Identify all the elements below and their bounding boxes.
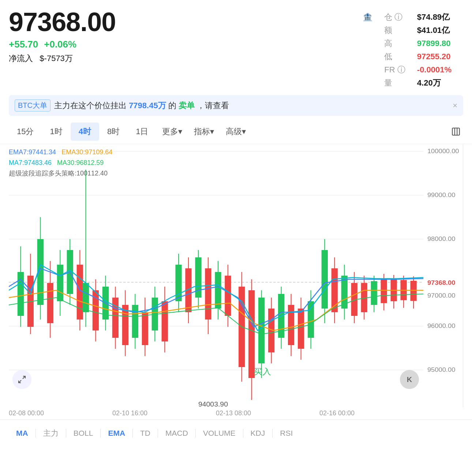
fr-val: -0.0001% (417, 65, 452, 75)
main-price: 97368.00 (9, 9, 116, 35)
svg-rect-48 (205, 268, 211, 320)
header: 97368.00 +55.70 +0.06% 净流入 $-7573万 🏦 仓 ⓘ… (0, 0, 472, 91)
svg-line-98 (23, 376, 25, 379)
ema30-label: EMA30:97109.64 (61, 148, 112, 156)
change-abs: +55.70 (9, 39, 38, 50)
alert-sell: 卖单 (179, 101, 195, 110)
alert-text: 主力在这个价位挂出 7798.45万 的 卖单 ，请查看 (54, 100, 449, 111)
indicator-volume[interactable]: VOLUME (196, 426, 243, 441)
net-flow-label: 净流入 (9, 54, 33, 63)
time-label-3: 02-13 08:00 (216, 409, 251, 417)
vol-label: 量 (384, 78, 405, 88)
tf-15min[interactable]: 15分 (9, 122, 42, 141)
svg-text:95000.00: 95000.00 (427, 366, 456, 373)
time-label-2: 02-10 16:00 (112, 409, 147, 417)
indicator-td[interactable]: TD (133, 426, 158, 441)
indicator-rsi[interactable]: RSI (273, 426, 300, 441)
svg-text:96000.00: 96000.00 (427, 322, 456, 329)
position-label: 仓 ⓘ (384, 12, 405, 23)
tf-4h[interactable]: 4时 (71, 122, 99, 141)
fr-label: FR ⓘ (384, 64, 405, 75)
alert-num: 7798.45万 (129, 101, 166, 110)
indicator-ema[interactable]: EMA (101, 426, 132, 441)
indicator-main[interactable]: 主力 (36, 425, 66, 441)
change-pct: +0.06% (44, 39, 76, 50)
svg-rect-40 (162, 301, 168, 341)
chart-area: EMA7:97441.34 EMA30:97109.64 MA7:97483.4… (9, 144, 463, 407)
svg-rect-58 (258, 298, 265, 363)
tf-1d[interactable]: 1日 (128, 122, 156, 141)
svg-rect-16 (47, 283, 53, 323)
price-stats: 🏦 仓 ⓘ $74.89亿 额 $41.01亿 高 97899.80 低 972… (363, 12, 463, 88)
price-change: +55.70 +0.06% (9, 39, 116, 50)
indicator-boll[interactable]: BOLL (66, 426, 101, 441)
ema7-label: EMA7:97441.34 (9, 148, 56, 156)
svg-rect-50 (215, 272, 221, 309)
alert-text-mid: 的 (168, 101, 176, 110)
svg-rect-52 (225, 276, 231, 316)
svg-text:99000.00: 99000.00 (427, 192, 456, 199)
alert-text-post: ，请查看 (197, 101, 229, 110)
indicator-macd[interactable]: MACD (158, 426, 195, 441)
svg-rect-64 (288, 305, 294, 345)
alert-tag: BTC大单 (15, 99, 50, 112)
svg-rect-18 (57, 265, 63, 301)
indicator-ma[interactable]: MA (9, 426, 35, 441)
svg-rect-68 (308, 301, 314, 338)
ma7-label: MA7:97483.46 (9, 159, 52, 166)
expand-button[interactable] (12, 370, 31, 389)
alert-banner: BTC大单 主力在这个价位挂出 7798.45万 的 卖单 ，请查看 × (9, 95, 463, 116)
svg-text:100000.00: 100000.00 (427, 148, 459, 155)
position-val: $74.89亿 (417, 12, 452, 23)
alert-text-pre: 主力在这个价位挂出 (54, 101, 127, 110)
svg-rect-22 (77, 265, 83, 320)
tf-8h[interactable]: 8时 (99, 122, 128, 141)
indicator-bar: MA 主力 BOLL EMA TD MACD VOLUME KDJ RSI (0, 420, 472, 446)
svg-rect-56 (248, 290, 255, 378)
indicator-kdj[interactable]: KDJ (243, 426, 273, 441)
net-flow: 净流入 $-7573万 (9, 53, 116, 64)
high-val: 97899.80 (417, 39, 452, 48)
time-label-4: 02-16 00:00 (319, 409, 355, 417)
svg-rect-88 (410, 281, 416, 301)
chart-indicators: EMA7:97441.34 EMA30:97109.64 MA7:97483.4… (9, 147, 112, 178)
position-icon: 🏦 (363, 12, 372, 22)
timeframe-bar: 15分 1时 4时 8时 1日 更多▾ 指标▾ 高级▾ (0, 120, 472, 144)
chart-svg: 买入 94003.90 100000.00 99000.00 98000.00 … (9, 144, 463, 407)
svg-text:买入: 买入 (254, 367, 271, 376)
svg-rect-36 (142, 312, 148, 345)
ma30-label: MA30:96812.59 (57, 159, 104, 166)
tf-advanced[interactable]: 高级▾ (220, 122, 252, 141)
tf-indicators[interactable]: 指标▾ (188, 122, 220, 141)
alert-close-button[interactable]: × (453, 101, 457, 110)
svg-rect-42 (175, 265, 181, 301)
low-val: 97255.20 (417, 52, 452, 61)
svg-rect-24 (83, 283, 89, 312)
super-label: 超级波段追踪多头策略:100112.40 (9, 170, 108, 177)
svg-rect-30 (112, 298, 119, 338)
tf-1h[interactable]: 1时 (42, 122, 70, 141)
svg-text:97368.00: 97368.00 (427, 279, 456, 286)
svg-line-99 (19, 380, 21, 383)
net-flow-val: $-7573万 (40, 54, 73, 63)
svg-rect-82 (381, 279, 387, 303)
amount-val: $41.01亿 (417, 25, 452, 36)
svg-text:97000.00: 97000.00 (427, 292, 456, 299)
svg-rect-34 (132, 305, 138, 338)
time-axis: 02-08 00:00 02-10 16:00 02-13 08:00 02-1… (0, 407, 472, 420)
svg-rect-66 (298, 309, 304, 349)
svg-text:94003.90: 94003.90 (198, 401, 228, 407)
time-label-1: 02-08 00:00 (9, 409, 44, 417)
svg-rect-0 (452, 128, 460, 135)
svg-rect-70 (322, 250, 328, 309)
svg-text:98000.00: 98000.00 (427, 235, 456, 242)
high-label: 高 (384, 38, 405, 49)
svg-rect-80 (371, 281, 377, 305)
low-label: 低 (384, 51, 405, 62)
amount-label: 额 (384, 25, 405, 36)
tf-more[interactable]: 更多▾ (156, 122, 188, 141)
k-watermark-button[interactable]: K (400, 370, 419, 389)
chart-settings-icon[interactable] (449, 124, 463, 139)
svg-rect-10 (18, 272, 24, 316)
price-left: 97368.00 +55.70 +0.06% 净流入 $-7573万 (9, 9, 116, 64)
